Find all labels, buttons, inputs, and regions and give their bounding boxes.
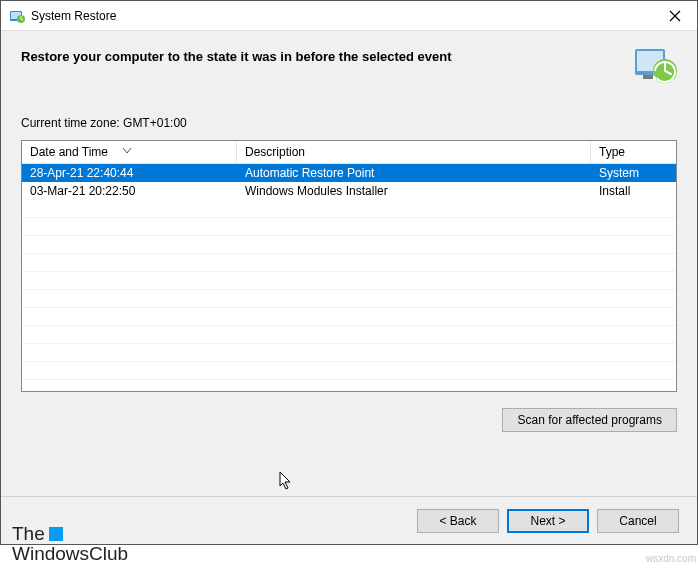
titlebar: System Restore [1,1,697,31]
table-row-empty [22,308,676,326]
next-button[interactable]: Next > [507,509,589,533]
restore-hero-icon [633,41,679,87]
windowsclub-logo: The WindowsClub [12,524,128,564]
logo-square-icon [49,527,63,541]
system-restore-window: System Restore Restore your computer to … [0,0,698,545]
back-button[interactable]: < Back [417,509,499,533]
column-description[interactable]: Description [237,141,591,163]
table-row-empty [22,326,676,344]
table-row[interactable]: 28-Apr-21 22:40:44Automatic Restore Poin… [22,164,676,182]
system-restore-icon [9,8,25,24]
cancel-button[interactable]: Cancel [597,509,679,533]
logo-line2: WindowsClub [12,543,128,564]
table-cell: 03-Mar-21 20:22:50 [22,184,237,198]
close-button[interactable] [652,1,697,31]
table-header: Date and Time Description Type [22,141,676,164]
column-description-label: Description [245,145,305,159]
table-row[interactable]: 03-Mar-21 20:22:50Windows Modules Instal… [22,182,676,200]
table-cell: System [591,166,676,180]
table-row-empty [22,254,676,272]
scan-affected-button[interactable]: Scan for affected programs [502,408,677,432]
window-title: System Restore [31,9,652,23]
content-area: Restore your computer to the state it wa… [1,31,697,432]
column-type-label: Type [599,145,625,159]
table-row-empty [22,236,676,254]
table-row-empty [22,200,676,218]
table-row-empty [22,218,676,236]
table-body: 28-Apr-21 22:40:44Automatic Restore Poin… [22,164,676,380]
table-cell: 28-Apr-21 22:40:44 [22,166,237,180]
column-date-time[interactable]: Date and Time [22,141,237,163]
watermark: wsxdn.com [646,553,696,564]
table-cell: Windows Modules Installer [237,184,591,198]
column-date-time-label: Date and Time [30,145,108,159]
table-row-empty [22,272,676,290]
page-heading: Restore your computer to the state it wa… [21,49,677,64]
column-type[interactable]: Type [591,141,676,163]
table-cell: Automatic Restore Point [237,166,591,180]
table-cell: Install [591,184,676,198]
restore-points-table[interactable]: Date and Time Description Type 28-Apr-21… [21,140,677,392]
table-row-empty [22,290,676,308]
sort-desc-icon [122,144,132,154]
timezone-label: Current time zone: GMT+01:00 [21,116,677,130]
table-row-empty [22,362,676,380]
logo-line1: The [12,523,45,544]
table-row-empty [22,344,676,362]
